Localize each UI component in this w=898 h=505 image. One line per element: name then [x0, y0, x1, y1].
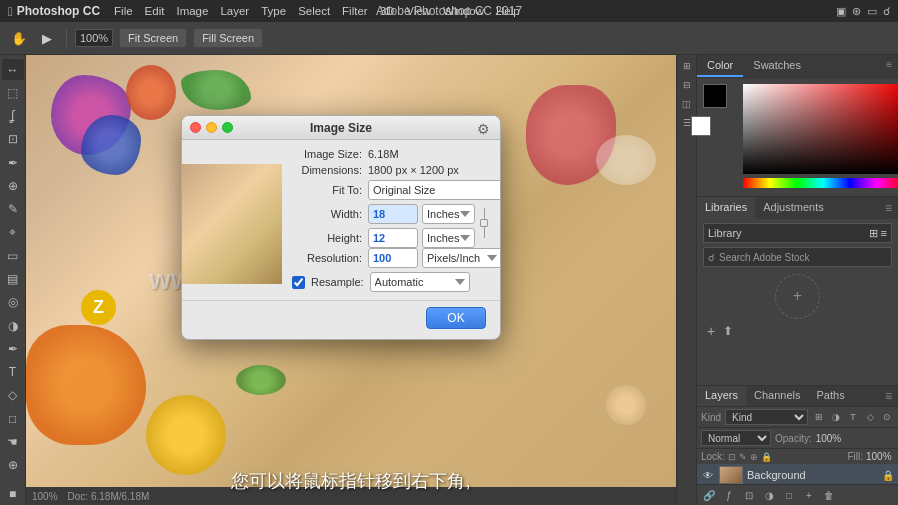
tool-lasso-icon[interactable]: ʆ — [2, 106, 24, 127]
tool-text-icon[interactable]: T — [2, 361, 24, 382]
ok-button[interactable]: OK — [426, 307, 486, 329]
resample-select[interactable]: Automatic Preserve Details Bicubic Smoot… — [370, 272, 470, 292]
layer-adj-icon[interactable]: ◑ — [761, 487, 777, 503]
tool-zoom-icon[interactable]: ⊕ — [2, 455, 24, 476]
blend-mode-select[interactable]: Normal — [701, 430, 771, 446]
libraries-menu-btn[interactable]: ≡ — [879, 197, 898, 219]
tool-heal-icon[interactable]: ⊕ — [2, 175, 24, 196]
tool-move-icon[interactable]: ↔ — [2, 59, 24, 80]
tool-pen-icon[interactable]: ✒ — [2, 338, 24, 359]
layers-menu-btn[interactable]: ≡ — [879, 386, 898, 406]
resolution-input[interactable]: 100 — [368, 248, 418, 268]
resample-row: Resample: Automatic Preserve Details Bic… — [292, 272, 501, 292]
foreground-color-swatch[interactable] — [703, 84, 727, 108]
layer-new-icon[interactable]: + — [801, 487, 817, 503]
menu-type[interactable]: Type — [261, 5, 286, 17]
panel-strip-icon-2[interactable]: ⊟ — [679, 77, 695, 93]
add-library-item-btn[interactable]: + — [707, 323, 715, 339]
tool-eraser-icon[interactable]: ▭ — [2, 245, 24, 266]
search-icon[interactable]: ☌ — [883, 5, 890, 18]
tab-paths[interactable]: Paths — [809, 386, 853, 406]
tab-channels[interactable]: Channels — [746, 386, 808, 406]
resolution-unit-select[interactable]: Pixels/Inch Pixels/cm — [422, 248, 501, 268]
fill-label: Fill: — [847, 451, 863, 462]
tab-color[interactable]: Color — [697, 55, 743, 77]
layer-style-icon[interactable]: ƒ — [721, 487, 737, 503]
tab-layers[interactable]: Layers — [697, 386, 746, 406]
tool-crop-icon[interactable]: ⊡ — [2, 129, 24, 150]
width-input[interactable]: 18 — [368, 204, 418, 224]
toolbar: ✋ ▶ 100% Fit Screen Fill Screen — [0, 22, 898, 55]
filter-pixel-icon[interactable]: ⊞ — [812, 410, 826, 424]
library-dropdown-icons: ⊞ ≡ — [869, 227, 887, 240]
height-unit-select[interactable]: Inches Pixels cm — [422, 228, 475, 248]
panel-strip-icon-3[interactable]: ◫ — [679, 96, 695, 112]
opacity-label: Opacity: — [775, 433, 812, 444]
layer-link-icon[interactable]: 🔗 — [701, 487, 717, 503]
color-panel-menu[interactable]: ≡ — [880, 55, 898, 77]
layer-item-background[interactable]: 👁 Background 🔒 — [697, 464, 898, 484]
library-dropdown[interactable]: Library ⊞ ≡ — [703, 223, 892, 243]
wifi-icon: ⊛ — [852, 5, 861, 18]
menu-image[interactable]: Image — [176, 5, 208, 17]
tool-brush-icon[interactable]: ✎ — [2, 199, 24, 220]
tool-blur-icon[interactable]: ◎ — [2, 292, 24, 313]
lock-all-icon[interactable]: 🔒 — [761, 452, 772, 462]
background-color-swatch[interactable] — [691, 116, 711, 136]
tool-clone-icon[interactable]: ⌖ — [2, 222, 24, 243]
fill-screen-button[interactable]: Fill Screen — [193, 28, 263, 48]
tool-move[interactable]: ✋ — [8, 27, 30, 49]
panel-strip-icon-1[interactable]: ⊞ — [679, 58, 695, 74]
tool-gradient-icon[interactable]: ▤ — [2, 268, 24, 289]
tool-fg-color[interactable]: ■ — [2, 484, 24, 505]
filter-adj-icon[interactable]: ◑ — [829, 410, 843, 424]
fill-value: 100% — [866, 451, 894, 462]
lock-position-icon[interactable]: ⊕ — [750, 452, 758, 462]
layer-visibility-icon[interactable]: 👁 — [701, 468, 715, 482]
upload-library-btn[interactable]: ⬆ — [723, 324, 733, 338]
filter-type-icon[interactable]: T — [846, 410, 860, 424]
width-input-group: 18 Inches Pixels cm — [368, 204, 475, 224]
menu-filter[interactable]: Filter — [342, 5, 368, 17]
filter-shape-icon[interactable]: ◇ — [863, 410, 877, 424]
fit-to-select[interactable]: Original Size — [368, 180, 501, 200]
width-label: Width: — [292, 208, 362, 220]
tab-swatches[interactable]: Swatches — [743, 55, 811, 77]
tool-eyedropper-icon[interactable]: ✒ — [2, 152, 24, 173]
tab-adjustments[interactable]: Adjustments — [755, 197, 832, 219]
layer-thumbnail — [719, 466, 743, 484]
menu-file[interactable]: File — [114, 5, 133, 17]
lock-row: Lock: ⊡ ✎ ⊕ 🔒 Fill: 100% — [697, 449, 898, 464]
dialog-gear-icon[interactable]: ⚙ — [477, 121, 490, 137]
tool-dodge-icon[interactable]: ◑ — [2, 315, 24, 336]
filter-smart-icon[interactable]: ⊙ — [880, 410, 894, 424]
close-button[interactable] — [190, 122, 201, 133]
fit-screen-button[interactable]: Fit Screen — [119, 28, 187, 48]
layer-group-icon[interactable]: □ — [781, 487, 797, 503]
width-unit-select[interactable]: Inches Pixels cm — [422, 204, 475, 224]
tool-select-icon[interactable]: ⬚ — [2, 82, 24, 103]
lock-image-icon[interactable]: ✎ — [739, 452, 747, 462]
menu-edit[interactable]: Edit — [145, 5, 165, 17]
tool-path-icon[interactable]: ◇ — [2, 385, 24, 406]
layers-bottom-icons: 🔗 ƒ ⊡ ◑ □ + 🗑 — [697, 484, 898, 505]
search-adobe-stock-input[interactable]: ☌ Search Adobe Stock — [703, 247, 892, 267]
layer-delete-icon[interactable]: 🗑 — [821, 487, 837, 503]
hue-slider[interactable] — [743, 178, 898, 188]
zoom-input[interactable]: 100% — [75, 29, 113, 47]
layer-mask-icon[interactable]: ⊡ — [741, 487, 757, 503]
kind-dropdown[interactable]: Kind — [725, 409, 808, 425]
maximize-button[interactable] — [222, 122, 233, 133]
menu-layer[interactable]: Layer — [220, 5, 249, 17]
tab-libraries[interactable]: Libraries — [697, 197, 755, 219]
tool-shape-icon[interactable]: □ — [2, 408, 24, 429]
traffic-lights — [190, 122, 233, 133]
color-gradient-picker[interactable] — [743, 84, 898, 174]
resample-checkbox[interactable] — [292, 276, 305, 289]
tool-pointer[interactable]: ▶ — [36, 27, 58, 49]
lock-transparent-icon[interactable]: ⊡ — [728, 452, 736, 462]
tool-hand-icon[interactable]: ☚ — [2, 431, 24, 452]
minimize-button[interactable] — [206, 122, 217, 133]
height-input[interactable]: 12 — [368, 228, 418, 248]
menu-select[interactable]: Select — [298, 5, 330, 17]
